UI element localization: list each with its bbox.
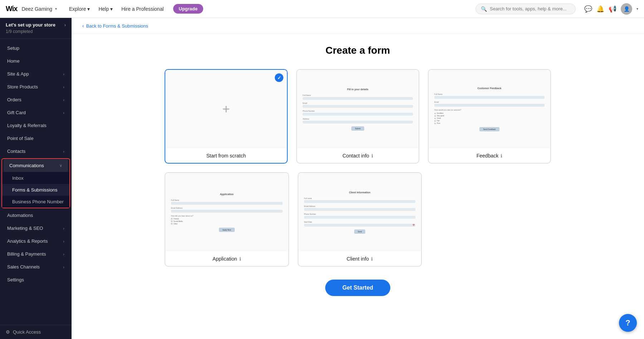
form-card-contact[interactable]: Fill in your details Full Name Email Pho… (296, 69, 419, 164)
sidebar-item-communications[interactable]: Communications ∨ (4, 159, 68, 172)
sidebar-item-loyalty[interactable]: Loyalty & Referrals (1, 119, 70, 132)
main-layout: Let's set up your store › 1/9 completed … (0, 18, 644, 339)
form-card-application[interactable]: Application Full Name Email Address How … (165, 172, 289, 267)
help-button[interactable]: ? (619, 314, 637, 332)
clientinfo-form-title: Client Information (304, 191, 416, 194)
back-nav[interactable]: ‹ Back to Forms & Submissions (72, 18, 644, 34)
announcement-icon[interactable]: 📢 (609, 5, 616, 13)
form-card-scratch[interactable]: + ✓ Start from scratch (165, 69, 288, 164)
sidebar-sales-label: Sales Channels (7, 264, 40, 270)
sidebar-home-label: Home (7, 58, 20, 64)
clientinfo-info-icon[interactable]: ℹ (371, 256, 373, 262)
feedback-form-title: Customer Feedback (434, 87, 545, 89)
top-nav: Wix Deez Gaming ▾ Explore ▾ Help ▾ Hire … (0, 0, 644, 18)
quick-access-button[interactable]: ⚙ Quick Access (0, 325, 72, 339)
comms-expand-icon: ∨ (59, 163, 62, 168)
sidebar-item-store-products[interactable]: Store Products › (1, 81, 70, 93)
sidebar-marketing-label: Marketing & SEO (7, 226, 43, 231)
sidebar-subitem-forms[interactable]: Forms & Submissions (2, 184, 69, 196)
content-area: ‹ Back to Forms & Submissions Create a f… (72, 18, 644, 339)
marketing-expand-icon: › (63, 226, 64, 231)
form-card-feedback[interactable]: Customer Feedback Full Name Email How wo… (428, 69, 551, 164)
sidebar-settings-label: Settings (7, 277, 24, 282)
form-card-clientinfo[interactable]: Client Information Full name Email Addre… (298, 172, 422, 267)
bell-icon[interactable]: 🔔 (596, 5, 604, 13)
explore-label: Explore (69, 6, 86, 12)
avatar[interactable]: 👤 (621, 3, 632, 15)
get-started-button[interactable]: Get Started (325, 280, 390, 296)
sidebar-item-marketing[interactable]: Marketing & SEO › (1, 222, 70, 234)
sidebar-item-setup[interactable]: Setup (1, 42, 70, 54)
forms-grid-row1: + ✓ Start from scratch Fill in your deta… (165, 69, 551, 164)
feedback-mini-form: Customer Feedback Full Name Email How wo… (429, 81, 550, 137)
search-input[interactable] (490, 6, 570, 11)
sidebar-pos-label: Point of Sale (7, 136, 34, 141)
contact-info-icon[interactable]: ℹ (371, 153, 373, 159)
hire-label: Hire a Professional (121, 6, 164, 12)
form-preview-clientinfo: Client Information Full name Email Addre… (298, 173, 421, 252)
sidebar-analytics-label: Analytics & Reports (7, 238, 48, 244)
sidebar-item-orders[interactable]: Orders › (1, 93, 70, 106)
phone-label: Business Phone Number (12, 199, 64, 204)
back-nav-label: Back to Forms & Submissions (86, 23, 148, 29)
upgrade-button[interactable]: Upgrade (173, 4, 204, 14)
sidebar-nav: Setup Home Site & App › Store Products ›… (0, 39, 72, 325)
page-title: Create a form (165, 45, 551, 56)
contact-form-title: Fill in your details (303, 88, 413, 91)
sales-expand-icon: › (63, 265, 64, 269)
orders-expand-icon: › (63, 98, 64, 102)
sidebar-item-settings[interactable]: Settings (1, 273, 70, 286)
plus-icon: + (222, 102, 230, 117)
back-arrow-icon: ‹ (82, 23, 84, 29)
application-info-icon[interactable]: ℹ (239, 256, 241, 262)
sidebar-subitem-phone[interactable]: Business Phone Number (2, 196, 69, 208)
setup-store-button[interactable]: Let's set up your store › (6, 22, 66, 28)
help-label: Help (98, 6, 109, 12)
sidebar-item-automations[interactable]: Automations (1, 209, 70, 222)
feedback-info-icon[interactable]: ℹ (501, 153, 502, 159)
sidebar-item-analytics[interactable]: Analytics & Reports › (1, 235, 70, 247)
sidebar-item-billing[interactable]: Billing & Payments › (1, 248, 70, 260)
selected-badge: ✓ (275, 73, 283, 82)
nav-hire-professional[interactable]: Hire a Professional (118, 4, 167, 14)
sidebar-comms-label: Communications (9, 163, 44, 168)
form-preview-application: Application Full Name Email Address How … (165, 173, 288, 252)
sidebar-item-pos[interactable]: Point of Sale (1, 132, 70, 145)
setup-store-label: Let's set up your store (6, 22, 55, 28)
sidebar-orders-label: Orders (7, 97, 21, 102)
nav-explore[interactable]: Explore ▾ (65, 4, 93, 14)
sidebar-item-gift-card[interactable]: Gift Card › (1, 106, 70, 119)
quick-access-label: Quick Access (13, 329, 41, 335)
forms-grid-row2: Application Full Name Email Address How … (165, 172, 422, 267)
gift-expand-icon: › (63, 111, 64, 115)
search-bar: 🔍 (475, 4, 576, 14)
help-chevron-icon: ▾ (110, 6, 113, 12)
sidebar-item-home[interactable]: Home (1, 55, 70, 67)
sidebar-item-site-app[interactable]: Site & App › (1, 68, 70, 80)
avatar-chevron-icon[interactable]: ▾ (636, 7, 638, 11)
get-started-section: Get Started (165, 280, 551, 296)
sidebar-item-contacts[interactable]: Contacts › (1, 145, 70, 158)
form-preview-contact: Fill in your details Full Name Email Pho… (297, 70, 419, 149)
communications-subsection: Inbox Forms & Submissions Business Phone… (2, 172, 69, 208)
sidebar-store-label: Store Products (7, 84, 38, 89)
communications-section: Communications ∨ Inbox Forms & Submissio… (1, 158, 70, 208)
chat-icon[interactable]: 💬 (584, 5, 592, 13)
contacts-expand-icon: › (63, 149, 64, 154)
sidebar-automations-label: Automations (7, 213, 33, 218)
brand-section: Wix Deez Gaming ▾ (6, 5, 57, 13)
sidebar-subitem-inbox[interactable]: Inbox (2, 172, 69, 184)
sidebar-loyalty-label: Loyalty & Referrals (7, 123, 47, 128)
forms-label: Forms & Submissions (12, 187, 57, 193)
form-preview-feedback: Customer Feedback Full Name Email How wo… (429, 70, 550, 149)
inbox-label: Inbox (12, 175, 24, 181)
page-content: Create a form + ✓ Start from scratch (143, 34, 572, 318)
form-label-feedback: Feedback ℹ (429, 149, 550, 163)
nav-help[interactable]: Help ▾ (95, 4, 116, 14)
brand-chevron-icon[interactable]: ▾ (55, 7, 57, 11)
form-label-contact: Contact info ℹ (297, 149, 419, 163)
brand-name[interactable]: Deez Gaming (21, 6, 52, 12)
nav-icon-group: 💬 🔔 📢 👤 ▾ (584, 3, 638, 15)
sidebar-item-sales-channels[interactable]: Sales Channels › (1, 261, 70, 273)
application-form-title: Application (171, 193, 283, 195)
